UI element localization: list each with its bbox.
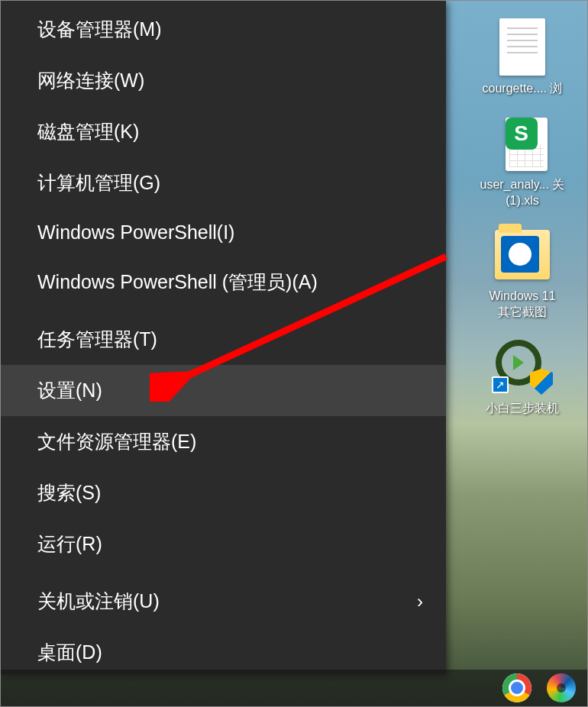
desktop-icon-label: Windows 11 其它截图 (489, 289, 555, 321)
menu-item-label: 桌面(D) (37, 640, 102, 665)
desktop-icon-win11-folder[interactable]: Windows 11 其它截图 (465, 224, 580, 321)
menu-item-label: 文件资源管理器(E) (37, 429, 196, 454)
taskbar-chrome-icon[interactable] (502, 673, 531, 702)
menu-item-network-connections[interactable]: 网络连接(W) (1, 55, 446, 106)
file-icon (495, 16, 550, 77)
menu-item-label: 任务管理器(T) (37, 327, 157, 352)
menu-item-shutdown[interactable]: 关机或注销(U) › (1, 576, 446, 627)
desktop-icon-courgette[interactable]: courgette.... 浏 (465, 16, 580, 97)
desktop-icon-label: courgette.... 浏 (483, 81, 563, 97)
menu-item-powershell[interactable]: Windows PowerShell(I) (1, 208, 446, 257)
menu-item-label: 搜索(S) (37, 480, 101, 505)
xls-icon: S (495, 112, 550, 173)
menu-item-label: 计算机管理(G) (37, 170, 160, 195)
desktop-icon-label: 小白三步装机 (486, 401, 559, 417)
chevron-right-icon: › (417, 591, 423, 612)
menu-item-label: 设置(N) (37, 378, 102, 403)
desktop-icon-xiaobai[interactable]: ↗ 小白三步装机 (465, 336, 580, 417)
menu-item-label: Windows PowerShell(I) (37, 221, 234, 244)
menu-item-search[interactable]: 搜索(S) (1, 467, 446, 518)
menu-item-disk-management[interactable]: 磁盘管理(K) (1, 106, 446, 157)
menu-item-label: 设备管理器(M) (37, 17, 161, 42)
desktop-icons-area: courgette.... 浏 S user_analy... 关 (1).xl… (457, 16, 587, 417)
menu-item-task-manager[interactable]: 任务管理器(T) (1, 314, 446, 365)
xiaobai-icon: ↗ (495, 336, 550, 397)
menu-item-label: 运行(R) (37, 531, 102, 557)
desktop-icon-label: user_analy... 关 (1).xls (480, 177, 565, 209)
taskbar (1, 670, 587, 706)
menu-item-label: 关机或注销(U) (37, 589, 160, 614)
menu-item-file-explorer[interactable]: 文件资源管理器(E) (1, 416, 446, 467)
desktop-icon-user-analy[interactable]: S user_analy... 关 (1).xls (465, 112, 580, 209)
menu-item-label: Windows PowerShell (管理员)(A) (37, 270, 318, 295)
winx-context-menu: 设备管理器(M) 网络连接(W) 磁盘管理(K) 计算机管理(G) Window… (1, 1, 446, 674)
menu-item-settings[interactable]: 设置(N) (1, 365, 446, 416)
menu-item-device-manager[interactable]: 设备管理器(M) (1, 4, 446, 55)
menu-item-powershell-admin[interactable]: Windows PowerShell (管理员)(A) (1, 257, 446, 308)
menu-item-run[interactable]: 运行(R) (1, 518, 446, 570)
menu-item-label: 磁盘管理(K) (37, 119, 139, 144)
folder-icon (495, 224, 550, 285)
menu-item-label: 网络连接(W) (37, 68, 144, 93)
menu-item-computer-management[interactable]: 计算机管理(G) (1, 157, 446, 208)
taskbar-edge-icon[interactable] (547, 673, 576, 702)
